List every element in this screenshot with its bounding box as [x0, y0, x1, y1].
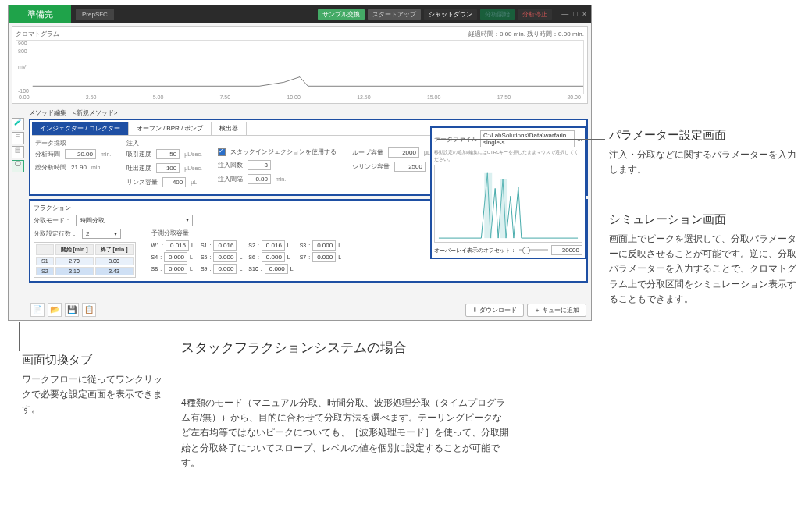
- syringe-vol-input[interactable]: 2500: [394, 162, 426, 172]
- annotation-stack: スタックフラクションシステムの場合 4種類のモード（マニュアル分取、時間分取、波…: [181, 339, 509, 471]
- maximize-icon[interactable]: □: [573, 10, 577, 18]
- side-tab-1[interactable]: 🧪: [12, 118, 24, 130]
- chromatogram-panel: クロマトグラム 経過時間：0.00 min. 残り時間：0.00 min. 90…: [12, 26, 588, 104]
- simulation-box: データファイルC:\LabSolutions\Data\warfarin sin…: [430, 126, 586, 259]
- annotation-sidetab: 画面切換タブワークフローに従ってワンクリックで必要な設定画面を表示できます。: [22, 353, 162, 418]
- chromatogram-plot[interactable]: 900 800 mV -100: [16, 40, 584, 94]
- queue-button[interactable]: ＋ キューに追加: [527, 304, 586, 317]
- loop-col: ループ容量2000μL シリンジ容量2500μL: [352, 139, 436, 190]
- simulation-plot[interactable]: [434, 165, 582, 243]
- offset-value[interactable]: 30000: [551, 245, 582, 255]
- stack-col: スタックインジェクションを使用する 注入回数3 注入間隔0.80min.: [218, 139, 337, 190]
- annotation-simulation: シミュレーション画面画面上でピークを選択して、分取パラメーターに反映させることが…: [609, 212, 796, 307]
- loop-vol-input[interactable]: 2000: [388, 147, 419, 158]
- annotation-parameter: パラメーター設定画面注入・分取などに関するパラメーターを入力します。: [609, 128, 796, 177]
- rinse-vol-input[interactable]: 400: [162, 177, 186, 187]
- app-window: 準備完 PrepSFC サンプル交換 スタートアップ シャットダウン 分析開始 …: [8, 5, 592, 321]
- footer-bar: 📄 📂 💾 📋 ⬇ ダウンロード ＋ キューに追加: [30, 303, 586, 317]
- stack-injection-checkbox[interactable]: [218, 148, 226, 156]
- startup-button[interactable]: スタートアップ: [368, 9, 421, 20]
- new-icon[interactable]: 📄: [30, 303, 45, 317]
- dispense-speed-input[interactable]: 100: [156, 163, 180, 173]
- close-icon[interactable]: ×: [582, 10, 586, 18]
- tab-injector[interactable]: インジェクター / コレクター: [32, 122, 129, 135]
- inject-count-input[interactable]: 3: [248, 160, 271, 170]
- top-buttons: サンプル交換 スタートアップ シャットダウン 分析開始 分析停止: [318, 9, 557, 20]
- y-unit: mV: [18, 64, 27, 69]
- minimize-icon[interactable]: —: [561, 10, 568, 18]
- download-button[interactable]: ⬇ ダウンロード: [465, 304, 524, 317]
- fraction-rows-select[interactable]: 2▾: [82, 229, 121, 239]
- analysis-time-input[interactable]: 20.00: [65, 149, 96, 159]
- sample-exchange-button[interactable]: サンプル交換: [318, 9, 365, 20]
- tab-oven[interactable]: オーブン / BPR / ポンプ: [129, 122, 212, 135]
- side-tab-4[interactable]: 🖵: [12, 160, 24, 172]
- x-axis: 0.002.505.007.5010.0012.5015.0017.5020.0…: [16, 94, 584, 100]
- window-controls: — □ ×: [557, 10, 591, 18]
- svg-rect-1: [500, 179, 508, 238]
- method-header: メソッド編集 <新規メソッド>: [29, 107, 588, 119]
- offset-slider[interactable]: [519, 249, 548, 251]
- elapsed-time: 経過時間：0.00 min. 残り時間：0.00 min.: [468, 30, 584, 38]
- data-acq-col: データ採取 分析時間20.00min. 総分析時間21.90min.: [35, 139, 111, 190]
- tab-detector[interactable]: 検出器: [212, 122, 247, 135]
- fraction-mode-select[interactable]: 時間分取▾: [76, 215, 193, 226]
- save-icon[interactable]: 💾: [65, 303, 79, 317]
- analysis-start-button[interactable]: 分析開始: [480, 9, 515, 20]
- side-tabs: 🧪 ≡ ▤ 🖵: [12, 107, 26, 317]
- aspirate-speed-input[interactable]: 50: [156, 149, 180, 159]
- fraction-table[interactable]: 開始 [min.]終了 [min.] S12.703.00 S23.103.43: [34, 242, 136, 278]
- workspace-tab[interactable]: PrepSFC: [76, 9, 114, 20]
- shutdown-button[interactable]: シャットダウン: [424, 9, 477, 20]
- topbar: 準備完 PrepSFC サンプル交換 スタートアップ シャットダウン 分析開始 …: [9, 5, 591, 23]
- open-icon[interactable]: 📂: [48, 303, 62, 317]
- side-tab-2[interactable]: ≡: [12, 132, 24, 144]
- inject-interval-input[interactable]: 0.80: [248, 174, 271, 184]
- copy-icon[interactable]: 📋: [82, 303, 96, 317]
- svg-rect-0: [484, 173, 492, 238]
- inject-col: 注入 吸引速度50μL/sec. 吐出速度100μL/sec. リンス容量400…: [126, 139, 202, 190]
- analysis-stop-button[interactable]: 分析停止: [518, 9, 552, 20]
- side-tab-3[interactable]: ▤: [12, 146, 24, 158]
- status-badge: 準備完: [9, 5, 71, 23]
- chromatogram-title: クロマトグラム: [16, 30, 59, 38]
- estimate-grid: W1:0.015L S1:0.016L S2:0.016L S3:0.000L …: [151, 240, 342, 274]
